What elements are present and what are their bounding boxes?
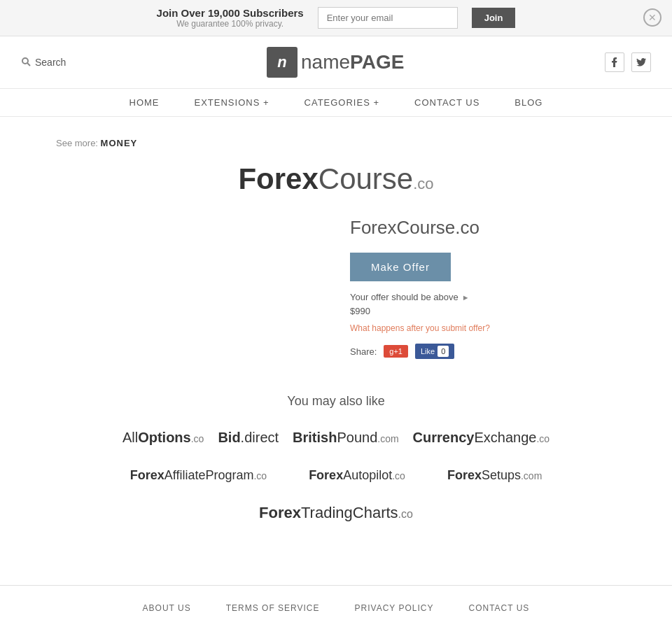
domain-section: ForexCourse.co ForexCourse.co Make Offer…	[56, 162, 616, 359]
domain-logo-tld: .co	[413, 175, 433, 192]
search-icon	[21, 57, 31, 69]
svg-point-0	[22, 58, 28, 64]
also-like-section: You may also like AllOptions.co Bid.dire…	[56, 394, 616, 522]
email-input[interactable]	[318, 7, 458, 29]
offer-amount: $990	[350, 306, 581, 316]
join-button[interactable]: Join	[472, 8, 516, 28]
search-area[interactable]: Search	[21, 57, 66, 69]
footer-contact[interactable]: CONTACT US	[468, 603, 529, 613]
facebook-like-button[interactable]: Like 0	[415, 344, 454, 359]
breadcrumb-link[interactable]: MONEY	[101, 138, 138, 148]
logo-name: name	[301, 52, 350, 72]
top-banner: Join Over 19,000 Subscribers We guarante…	[0, 0, 672, 36]
footer-links: ABOUT US TERMS OF SERVICE PRIVACY POLICY…	[0, 603, 672, 613]
domain-name-title: ForexCourse.co	[350, 217, 581, 239]
logo[interactable]: n name PAGE	[267, 47, 404, 78]
nav-categories[interactable]: CATEGORIES +	[304, 97, 379, 108]
also-like-title: You may also like	[56, 394, 616, 409]
svg-line-1	[27, 63, 30, 66]
social-icons	[605, 52, 651, 72]
offer-arrow-icon: ►	[462, 293, 470, 302]
footer: ABOUT US TERMS OF SERVICE PRIVACY POLICY…	[0, 585, 672, 627]
footer-about[interactable]: ABOUT US	[143, 603, 191, 613]
banner-text: Join Over 19,000 Subscribers We guarante…	[157, 7, 304, 29]
google-plus-button[interactable]: g+1	[384, 345, 408, 358]
like-count: 0	[438, 346, 449, 357]
logo-page: PAGE	[350, 52, 404, 72]
footer-privacy[interactable]: PRIVACY POLICY	[355, 603, 434, 613]
offer-info: Your offer should be above ►	[350, 292, 581, 302]
share-label: Share:	[350, 346, 377, 357]
domain-logo-large: ForexCourse.co	[238, 162, 433, 196]
offer-submit-link[interactable]: What happens after you submit offer?	[350, 323, 490, 333]
twitter-icon[interactable]	[631, 52, 651, 72]
nav-blog[interactable]: BLOG	[514, 97, 542, 108]
list-item[interactable]: ForexAffiliateProgram.co ForexAutopilot.…	[56, 467, 616, 483]
header: Search n name PAGE	[0, 36, 672, 89]
footer-terms[interactable]: TERMS OF SERVICE	[226, 603, 320, 613]
main-content: See more: MONEY ForexCourse.co ForexCour…	[0, 117, 672, 543]
logo-text: name PAGE	[301, 52, 404, 72]
banner-headline: Join Over 19,000 Subscribers	[157, 7, 304, 19]
main-nav: HOME EXTENSIONS + CATEGORIES + CONTACT U…	[0, 89, 672, 117]
domain-logo-light: Course	[318, 162, 413, 195]
domain-details: ForexCourse.co Make Offer Your offer sho…	[350, 217, 581, 359]
nav-home[interactable]: HOME	[130, 97, 160, 108]
top-banner-wrapper: Join Over 19,000 Subscribers We guarante…	[0, 0, 672, 36]
nav-contact[interactable]: CONTACT US	[414, 97, 479, 108]
make-offer-button[interactable]: Make Offer	[350, 253, 451, 281]
search-label: Search	[35, 57, 66, 68]
breadcrumb: See more: MONEY	[56, 138, 616, 148]
list-item[interactable]: AllOptions.co	[122, 430, 204, 446]
list-item[interactable]: CurrencyExchange.co	[413, 430, 550, 446]
list-item[interactable]: BritishPound.com	[293, 430, 399, 446]
close-banner-button[interactable]: ✕	[643, 8, 662, 27]
domain-grid: AllOptions.co Bid.direct BritishPound.co…	[56, 430, 616, 522]
list-item[interactable]: ForexTradingCharts.co	[56, 504, 616, 522]
banner-subline: We guarantee 100% privacy.	[157, 19, 304, 29]
nav-extensions[interactable]: EXTENSIONS +	[195, 97, 270, 108]
list-item[interactable]: Bid.direct	[218, 430, 279, 446]
domain-info-row: ForexCourse.co Make Offer Your offer sho…	[91, 217, 581, 359]
logo-icon: n	[267, 47, 298, 78]
facebook-icon[interactable]	[605, 52, 624, 72]
domain-logo-bold: Forex	[238, 162, 318, 195]
share-section: Share: g+1 Like 0	[350, 344, 581, 359]
